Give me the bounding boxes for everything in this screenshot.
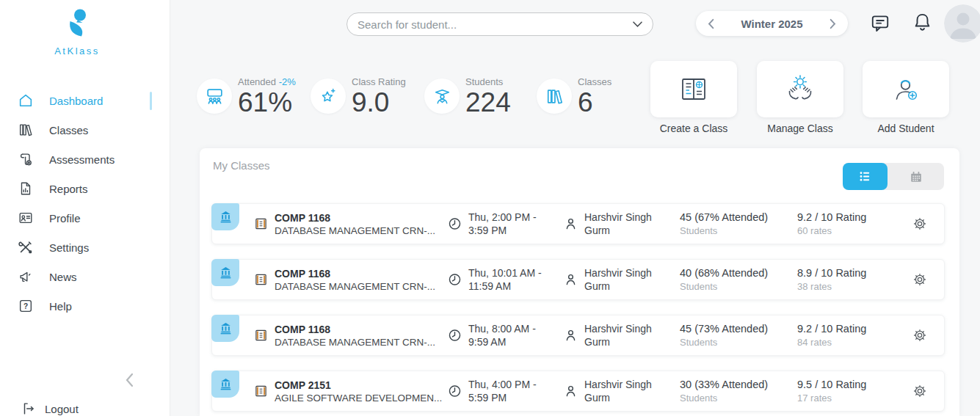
calendar-view-icon <box>910 170 923 183</box>
create-class-card <box>650 61 737 117</box>
instructor-name: Harshvir Singh Gurm <box>584 266 664 293</box>
chevron-down-icon[interactable] <box>633 21 642 28</box>
create-class-label: Create a Class <box>650 123 737 134</box>
sidebar-item-reports[interactable]: Reports <box>0 174 170 203</box>
svg-text:?: ? <box>23 302 28 310</box>
sidebar-item-news[interactable]: News <box>0 262 170 291</box>
class-settings-button[interactable] <box>913 384 926 398</box>
term-label: Winter 2025 <box>741 18 802 30</box>
chevron-right-icon <box>830 18 836 29</box>
attendance-label: Students <box>680 281 801 292</box>
class-time: Thu, 10:01 AM - 11:59 AM <box>468 266 560 293</box>
user-avatar[interactable] <box>944 4 980 43</box>
sidebar-item-label: Dashboard <box>49 95 103 107</box>
attendance-stat: 45 (73% Attended) Students <box>680 323 801 348</box>
sidebar-item-classes[interactable]: Classes <box>0 115 170 145</box>
class-time: Thu, 4:00 PM - 5:59 PM <box>468 378 560 404</box>
books-icon <box>18 122 34 138</box>
add-student-action[interactable]: Add Student <box>863 61 949 134</box>
bell-icon <box>912 12 933 34</box>
classroom-icon <box>197 79 232 114</box>
attendance-stat: 30 (33% Attended) Students <box>680 379 801 404</box>
term-selector: Winter 2025 <box>696 11 848 36</box>
logout-button[interactable]: Logout <box>21 401 79 416</box>
create-class-action[interactable]: Create a Class <box>650 61 737 134</box>
list-view-button[interactable] <box>843 163 888 190</box>
stat-class-rating: Class Rating 9.0 <box>311 76 406 117</box>
stat-value: 6 <box>578 89 611 117</box>
hands-gear-icon <box>783 73 818 106</box>
messages-button[interactable] <box>870 13 890 36</box>
course-name: DATABASE MANAGEMENT CRN-... <box>275 281 443 292</box>
term-prev-button[interactable] <box>708 18 714 29</box>
notifications-button[interactable] <box>912 12 933 36</box>
instructor-name: Harshvir Singh Gurm <box>584 378 664 404</box>
clock-icon <box>448 329 462 343</box>
sidebar: AtKlass Dashboard Classes <box>0 0 170 416</box>
course-title: COMP 1168 DATABASE MANAGEMENT CRN-... <box>275 268 443 292</box>
sidebar-collapse-button[interactable] <box>120 371 138 390</box>
class-row[interactable]: COMP 1168 DATABASE MANAGEMENT CRN-... Th… <box>211 315 945 356</box>
app-logo[interactable]: AtKlass <box>0 7 154 56</box>
rating-value: 8.9 / 10 Rating <box>797 267 907 279</box>
stat-students: Students 224 <box>424 76 511 117</box>
sidebar-item-dashboard[interactable]: Dashboard <box>0 86 170 115</box>
class-settings-button[interactable] <box>913 329 926 342</box>
sidebar-item-profile[interactable]: Profile <box>0 203 170 233</box>
person-plus-icon <box>888 73 923 106</box>
person-icon <box>564 217 578 231</box>
stat-label: Students <box>465 76 511 87</box>
student-search <box>346 12 653 36</box>
home-icon <box>18 92 34 109</box>
report-chart-icon <box>18 180 34 197</box>
tools-icon <box>18 239 34 255</box>
attendance-label: Students <box>680 225 801 236</box>
instructor-name: Harshvir Singh Gurm <box>584 211 664 237</box>
rating-stat: 8.9 / 10 Rating 38 rates <box>797 267 907 292</box>
assessment-scroll-icon <box>18 151 34 167</box>
search-input[interactable] <box>357 18 633 31</box>
stat-label: Classes <box>578 76 611 87</box>
chevron-left-icon <box>125 372 134 388</box>
id-card-icon <box>18 210 34 226</box>
course-title: COMP 1168 DATABASE MANAGEMENT CRN-... <box>275 324 443 348</box>
sidebar-item-label: Assessments <box>49 153 115 166</box>
attendance-value: 30 (33% Attended) <box>680 379 801 390</box>
rating-stat: 9.2 / 10 Rating 60 rates <box>797 211 907 236</box>
dashboard-page: AtKlass Dashboard Classes <box>0 0 980 416</box>
person-icon <box>564 329 578 343</box>
attendance-label: Students <box>680 337 801 348</box>
sidebar-item-label: Classes <box>49 124 88 136</box>
attendance-stat: 40 (68% Attended) Students <box>680 267 801 292</box>
class-row[interactable]: COMP 1168 DATABASE MANAGEMENT CRN-... Th… <box>211 259 945 300</box>
term-next-button[interactable] <box>830 18 836 29</box>
course-name: AGILE SOFTWARE DEVELOPMEN... <box>275 393 443 404</box>
sidebar-item-settings[interactable]: Settings <box>0 233 170 262</box>
attendance-stat: 45 (67% Attended) Students <box>680 211 801 236</box>
sidebar-item-help[interactable]: ? Help <box>0 291 170 321</box>
attendance-value: 40 (68% Attended) <box>680 267 801 279</box>
rating-value: 9.2 / 10 Rating <box>797 323 907 335</box>
manage-class-action[interactable]: Manage Class <box>757 61 843 134</box>
stat-label: Class Rating <box>352 76 406 87</box>
calendar-view-button[interactable] <box>888 163 944 190</box>
atklass-logo-icon <box>60 31 94 43</box>
stat-delta: -2% <box>279 76 296 87</box>
rates-count: 17 rates <box>797 393 907 404</box>
class-row[interactable]: COMP 2151 AGILE SOFTWARE DEVELOPMEN... T… <box>211 371 945 412</box>
rates-count: 60 rates <box>797 225 907 236</box>
book-icon <box>255 218 267 230</box>
gear-icon <box>913 384 926 398</box>
gear-icon <box>913 329 926 342</box>
class-settings-button[interactable] <box>913 273 926 286</box>
sidebar-item-label: Settings <box>49 241 89 254</box>
class-settings-button[interactable] <box>913 217 926 230</box>
class-row[interactable]: COMP 1168 DATABASE MANAGEMENT CRN-... Th… <box>211 203 945 244</box>
course-code: COMP 2151 <box>275 379 443 391</box>
sidebar-item-label: News <box>49 271 77 283</box>
manage-class-card <box>757 61 843 117</box>
attendance-label: Students <box>680 393 801 404</box>
logout-label: Logout <box>45 403 79 415</box>
sidebar-item-assessments[interactable]: Assessments <box>0 145 170 174</box>
book-icon <box>255 274 267 286</box>
